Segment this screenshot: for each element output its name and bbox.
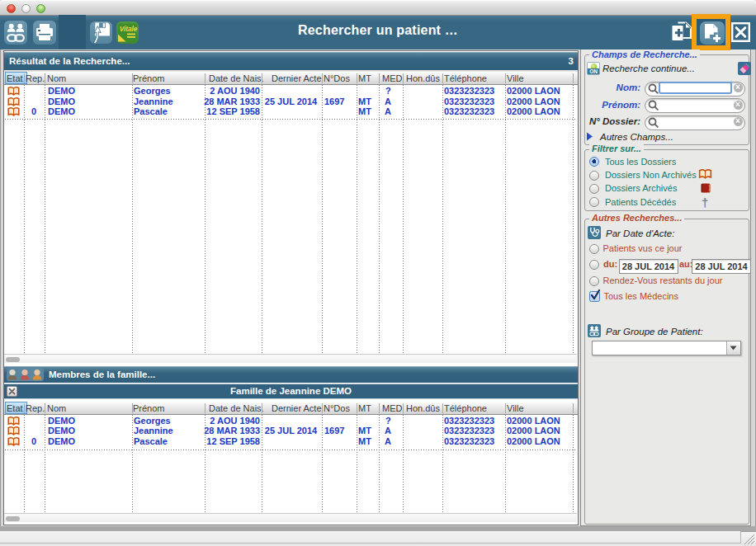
svg-text:Vitale: Vitale: [120, 26, 138, 33]
